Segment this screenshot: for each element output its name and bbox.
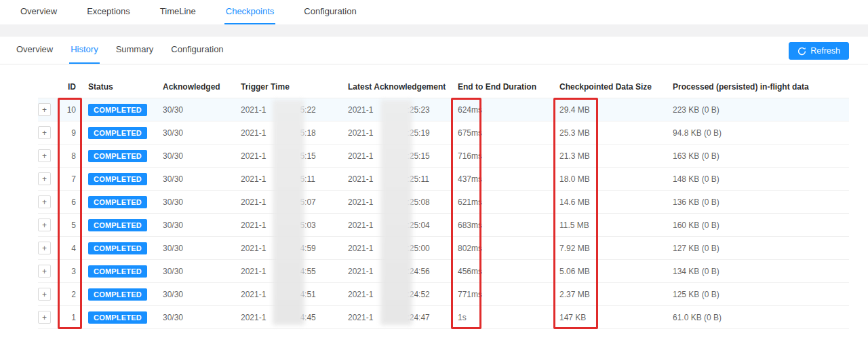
trigger-time-prefix: 2021-1: [241, 128, 266, 138]
subtab-configuration[interactable]: Configuration: [170, 37, 224, 64]
processed-cell: 127 KB (0 B): [673, 244, 849, 253]
expand-row-button[interactable]: +: [38, 311, 51, 324]
tab-exceptions[interactable]: Exceptions: [85, 0, 132, 24]
status-badge: COMPLETED: [88, 288, 147, 301]
tab-checkpoints[interactable]: Checkpoints: [224, 0, 276, 24]
latest-ack-cell: 2021-1:25:08: [348, 197, 458, 207]
table-row[interactable]: +9COMPLETED30/302021-15:182021-1:25:1967…: [38, 121, 849, 145]
processed-cell: 223 KB (0 B): [673, 105, 849, 115]
checkpoint-id: 9: [60, 128, 80, 138]
processed-cell: 134 KB (0 B): [673, 267, 849, 276]
duration-cell: 716ms: [458, 151, 559, 161]
latest-ack-cell: 2021-1:25:11: [348, 174, 458, 184]
acknowledged-cell: 30/30: [163, 244, 241, 253]
trigger-time-prefix: 2021-1: [241, 244, 266, 253]
trigger-time-prefix: 2021-1: [241, 105, 266, 115]
header-acknowledged: Acknowledged: [163, 82, 241, 92]
table-row[interactable]: +6COMPLETED30/302021-15:072021-1:25:0862…: [38, 191, 849, 214]
latest-ack-prefix: 2021-1: [348, 128, 373, 138]
latest-ack-prefix: 2021-1: [348, 267, 373, 276]
expand-row-button[interactable]: +: [38, 242, 51, 254]
table-row[interactable]: +7COMPLETED30/302021-15:112021-1:25:1143…: [38, 168, 849, 191]
trigger-time-suffix: 4:45: [300, 313, 315, 322]
subtab-overview[interactable]: Overview: [15, 37, 54, 64]
duration-cell: 771ms: [458, 290, 559, 299]
expand-row-button[interactable]: +: [38, 288, 51, 301]
subtab-history[interactable]: History: [69, 37, 99, 64]
data-size-cell: 7.92 MB: [559, 244, 673, 253]
trigger-time-prefix: 2021-1: [241, 174, 266, 184]
header-end-to-end-duration: End to End Duration: [458, 82, 559, 92]
latest-ack-suffix: :24:56: [407, 267, 429, 276]
tab-overview[interactable]: Overview: [19, 0, 58, 24]
latest-ack-suffix: :25:00: [407, 244, 429, 253]
expander-cell: +: [38, 103, 60, 116]
processed-cell: 94.8 KB (0 B): [673, 128, 849, 138]
table-row[interactable]: +8COMPLETED30/302021-15:152021-1:25:1571…: [38, 145, 849, 168]
acknowledged-cell: 30/30: [163, 313, 241, 322]
table-row[interactable]: +10COMPLETED30/302021-15:222021-1:25:236…: [38, 98, 849, 121]
processed-cell: 148 KB (0 B): [673, 174, 849, 184]
acknowledged-cell: 30/30: [163, 290, 241, 299]
trigger-time-suffix: 5:03: [300, 221, 315, 230]
expand-row-button[interactable]: +: [38, 218, 51, 231]
checkpoints-sub-bar: Overview History Summary Configuration R…: [0, 37, 868, 64]
duration-cell: 802ms: [458, 244, 559, 253]
latest-ack-suffix: :24:47: [407, 313, 429, 322]
trigger-time-prefix: 2021-1: [241, 197, 266, 207]
table-row[interactable]: +2COMPLETED30/302021-14:512021-1:24:5277…: [38, 283, 849, 306]
status-badge: COMPLETED: [88, 173, 147, 185]
table-row[interactable]: +5COMPLETED30/302021-15:032021-1:25:0468…: [38, 214, 849, 237]
data-size-cell: 2.37 MB: [559, 290, 673, 299]
processed-cell: 136 KB (0 B): [673, 197, 849, 207]
tab-configuration[interactable]: Configuration: [302, 0, 357, 24]
data-size-cell: 11.5 MB: [559, 221, 673, 230]
expander-cell: +: [38, 195, 60, 208]
expander-cell: +: [38, 218, 60, 231]
subtab-summary[interactable]: Summary: [115, 37, 155, 64]
latest-ack-prefix: 2021-1: [348, 313, 373, 322]
expand-row-button[interactable]: +: [38, 103, 51, 116]
processed-cell: 61.0 KB (0 B): [673, 313, 849, 322]
checkpoint-id: 6: [60, 197, 80, 207]
status-cell: COMPLETED: [80, 219, 163, 231]
acknowledged-cell: 30/30: [163, 221, 241, 230]
expander-cell: +: [38, 265, 60, 278]
header-latest-acknowledgement: Latest Acknowledgement: [348, 82, 458, 92]
trigger-time-suffix: 5:07: [300, 197, 315, 207]
table-row[interactable]: +4COMPLETED30/302021-14:592021-1:25:0080…: [38, 237, 849, 260]
expand-row-button[interactable]: +: [38, 126, 51, 139]
status-cell: COMPLETED: [80, 150, 163, 162]
data-size-cell: 5.06 MB: [559, 267, 673, 276]
trigger-time-suffix: 5:18: [300, 128, 315, 138]
latest-ack-cell: 2021-1:24:47: [348, 313, 458, 322]
latest-ack-prefix: 2021-1: [348, 151, 373, 161]
acknowledged-cell: 30/30: [163, 267, 241, 276]
trigger-time-suffix: 5:22: [300, 105, 315, 115]
header-status: Status: [80, 82, 163, 92]
trigger-time-suffix: 5:11: [300, 174, 315, 184]
duration-cell: 437ms: [458, 174, 559, 184]
trigger-time-cell: 2021-14:45: [241, 313, 348, 322]
duration-cell: 683ms: [458, 221, 559, 230]
trigger-time-prefix: 2021-1: [241, 267, 266, 276]
refresh-button[interactable]: Refresh: [789, 42, 849, 60]
acknowledged-cell: 30/30: [163, 174, 241, 184]
expand-row-button[interactable]: +: [38, 149, 51, 162]
status-badge: COMPLETED: [88, 150, 147, 162]
expand-row-button[interactable]: +: [38, 265, 51, 278]
duration-cell: 1s: [458, 313, 559, 322]
trigger-time-suffix: 5:15: [300, 151, 315, 161]
refresh-icon: [797, 47, 806, 56]
data-size-cell: 29.4 MB: [559, 105, 673, 115]
processed-cell: 160 KB (0 B): [673, 221, 849, 230]
expander-cell: +: [38, 149, 60, 162]
tab-timeline[interactable]: TimeLine: [159, 0, 197, 24]
expand-row-button[interactable]: +: [38, 195, 51, 208]
latest-ack-prefix: 2021-1: [348, 290, 373, 299]
table-row[interactable]: +1COMPLETED30/302021-14:452021-1:24:471s…: [38, 306, 849, 329]
trigger-time-cell: 2021-15:18: [241, 128, 348, 138]
status-badge: COMPLETED: [88, 104, 147, 116]
table-row[interactable]: +3COMPLETED30/302021-14:552021-1:24:5645…: [38, 260, 849, 283]
expand-row-button[interactable]: +: [38, 172, 51, 185]
